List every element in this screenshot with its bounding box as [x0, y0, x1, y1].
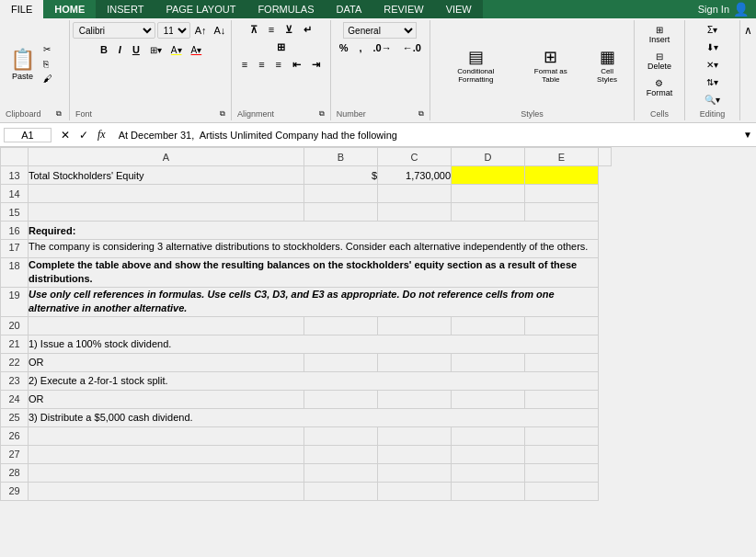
cell-B26[interactable] — [304, 426, 378, 445]
row-header-29[interactable]: 29 — [1, 482, 29, 500]
align-center-button[interactable]: ≡ — [254, 57, 269, 73]
copy-button[interactable]: ⎘ — [40, 57, 56, 71]
cell-A28[interactable] — [29, 463, 304, 482]
fill-button[interactable]: ⬇▾ — [700, 40, 726, 55]
decrease-decimal-button[interactable]: ←.0 — [398, 40, 426, 55]
sign-in-button[interactable]: Sign In 👤 — [691, 0, 756, 18]
row-header-27[interactable]: 27 — [1, 445, 29, 463]
row-header-19[interactable]: 19 — [1, 287, 29, 316]
cell-B27[interactable] — [304, 445, 378, 463]
merge-center-button[interactable]: ⊞ — [272, 40, 290, 55]
format-as-table-button[interactable]: ⊞ Format as Table — [521, 42, 580, 88]
confirm-formula-button[interactable]: ✓ — [75, 128, 92, 142]
cell-A22[interactable]: OR — [29, 353, 304, 371]
row-header-17[interactable]: 17 — [1, 240, 29, 258]
number-expander-icon[interactable]: ⧉ — [418, 109, 424, 119]
wrap-text-button[interactable]: ↵ — [299, 22, 316, 38]
cell-A18[interactable]: Complete the table above and show the re… — [29, 258, 599, 288]
cell-C24[interactable] — [378, 390, 452, 408]
font-name-select[interactable]: Calibri — [73, 22, 155, 39]
cell-C26[interactable] — [378, 426, 452, 445]
insert-function-button[interactable]: fx — [94, 127, 109, 142]
cell-A16[interactable]: Required: — [29, 222, 599, 240]
row-header-25[interactable]: 25 — [1, 408, 29, 426]
cell-C14[interactable] — [378, 185, 452, 203]
col-header-C[interactable]: C — [378, 148, 452, 166]
align-top-button[interactable]: ⊼ — [246, 22, 262, 38]
cell-B13[interactable]: $ — [304, 166, 378, 185]
cell-E14[interactable] — [525, 185, 599, 203]
cell-C15[interactable] — [378, 203, 452, 222]
formula-input[interactable] — [115, 130, 739, 141]
delete-cells-button[interactable]: ⊟ Delete — [643, 49, 676, 74]
cell-B29[interactable] — [304, 482, 378, 500]
cell-D14[interactable] — [452, 185, 525, 203]
cell-E22[interactable] — [525, 353, 599, 371]
row-header-15[interactable]: 15 — [1, 203, 29, 222]
cell-A20[interactable] — [29, 316, 304, 335]
row-header-26[interactable]: 26 — [1, 426, 29, 445]
cell-A29[interactable] — [29, 482, 304, 500]
cell-A19[interactable]: Use only cell references in formulas. Us… — [29, 287, 599, 316]
cell-D22[interactable] — [452, 353, 525, 371]
cell-styles-button[interactable]: ▦ Cell Styles — [586, 42, 628, 88]
cell-C13[interactable]: 1,730,000 — [378, 166, 452, 185]
formula-expand-button[interactable]: ▼ — [743, 130, 752, 140]
find-select-button[interactable]: 🔍▾ — [700, 92, 726, 108]
row-header-13[interactable]: 13 — [1, 166, 29, 185]
cell-D27[interactable] — [452, 445, 525, 463]
cancel-formula-button[interactable]: ✕ — [57, 128, 74, 142]
cell-B22[interactable] — [304, 353, 378, 371]
tab-home[interactable]: HOME — [43, 0, 96, 18]
format-cells-button[interactable]: ⚙ Format — [642, 75, 678, 100]
col-header-B[interactable]: B — [304, 148, 378, 166]
ribbon-collapse-button[interactable]: ∧ — [744, 24, 752, 37]
tab-file[interactable]: FILE — [0, 0, 43, 18]
row-header-14[interactable]: 14 — [1, 185, 29, 203]
cell-E15[interactable] — [525, 203, 599, 222]
increase-decimal-button[interactable]: .0→ — [369, 40, 396, 55]
cell-reference-input[interactable] — [4, 128, 52, 142]
bold-button[interactable]: B — [96, 42, 112, 57]
cell-C28[interactable] — [378, 463, 452, 482]
cell-D20[interactable] — [452, 316, 525, 335]
col-header-A[interactable]: A — [29, 148, 304, 166]
cell-D15[interactable] — [452, 203, 525, 222]
tab-formulas[interactable]: FORMULAS — [246, 0, 325, 18]
col-header-D[interactable]: D — [452, 148, 525, 166]
cell-D24[interactable] — [452, 390, 525, 408]
cell-B20[interactable] — [304, 316, 378, 335]
sort-filter-button[interactable]: ⇅▾ — [700, 74, 726, 90]
format-painter-button[interactable]: 🖌 — [40, 72, 56, 85]
cell-A23[interactable]: 2) Execute a 2-for-1 stock split. — [29, 371, 599, 390]
paste-button[interactable]: 📋 Paste — [6, 45, 40, 84]
font-color-button[interactable]: A▾ — [188, 43, 206, 57]
tab-insert[interactable]: INSERT — [96, 0, 155, 18]
align-left-button[interactable]: ≡ — [237, 57, 252, 73]
cell-A25[interactable]: 3) Distribute a $5,000 cash dividend. — [29, 408, 599, 426]
alignment-expander-icon[interactable]: ⧉ — [319, 109, 325, 119]
font-expander-icon[interactable]: ⧉ — [220, 109, 225, 119]
row-header-23[interactable]: 23 — [1, 371, 29, 390]
underline-button[interactable]: U — [128, 42, 144, 57]
comma-button[interactable]: , — [354, 40, 366, 55]
fill-color-button[interactable]: A▾ — [167, 43, 186, 57]
borders-button[interactable]: ⊞▾ — [146, 43, 166, 57]
tab-review[interactable]: REVIEW — [372, 0, 434, 18]
clipboard-expander-icon[interactable]: ⧉ — [56, 109, 62, 119]
tab-view[interactable]: VIEW — [435, 0, 483, 18]
cell-A26[interactable] — [29, 426, 304, 445]
cell-E28[interactable] — [525, 463, 599, 482]
cell-D29[interactable] — [452, 482, 525, 500]
cell-B28[interactable] — [304, 463, 378, 482]
tab-page-layout[interactable]: PAGE LAYOUT — [155, 0, 246, 18]
cell-E26[interactable] — [525, 426, 599, 445]
row-header-24[interactable]: 24 — [1, 390, 29, 408]
cell-D13[interactable] — [452, 166, 525, 185]
row-header-22[interactable]: 22 — [1, 353, 29, 371]
percent-button[interactable]: % — [335, 40, 353, 55]
cell-A13[interactable]: Total Stockholders' Equity — [29, 166, 304, 185]
cell-A17[interactable]: The company is considering 3 alternative… — [29, 240, 599, 258]
cell-D26[interactable] — [452, 426, 525, 445]
align-bottom-button[interactable]: ⊻ — [281, 22, 297, 38]
